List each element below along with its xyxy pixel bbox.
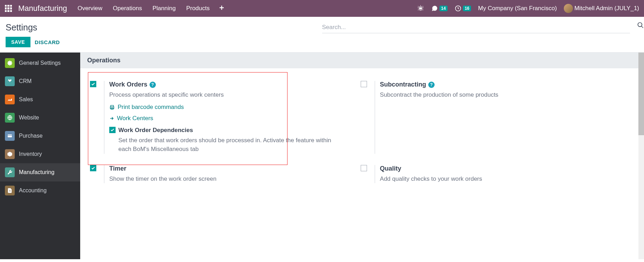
menu-planning[interactable]: Planning [152,5,175,12]
svg-text:$: $ [9,189,11,192]
sidebar-item-accounting[interactable]: $ Accounting [0,181,80,200]
setting-desc: Process operations at specific work cent… [109,90,344,99]
messages-icon[interactable]: 14 [431,5,448,12]
username: Mitchell Admin (JULY_1) [574,5,639,12]
checkbox-timer[interactable] [90,165,96,171]
menu-products[interactable]: Products [186,5,210,12]
box-icon [5,149,15,159]
gear-icon [5,58,15,68]
debug-icon[interactable] [417,5,424,12]
setting-title: Work Orders [109,81,147,88]
arrow-right-icon [109,116,114,121]
sub-setting-title: Work Order Dependencies [118,127,344,134]
menu-overview[interactable]: Overview [77,5,102,12]
control-panel: Settings SAVE DISCARD [0,17,644,53]
settings-sidebar: General Settings CRM Sales Website Purch… [0,53,80,259]
chart-icon [5,95,15,104]
scrollbar[interactable] [638,53,644,259]
svg-point-2 [638,23,642,27]
sidebar-item-label: Manufacturing [19,169,54,175]
body: General Settings CRM Sales Website Purch… [0,53,644,259]
wrench-icon [5,167,15,177]
avatar [564,4,573,13]
help-icon[interactable]: ? [428,82,435,88]
checkbox-work-order-dependencies[interactable] [109,127,116,133]
help-icon[interactable]: ? [150,82,156,88]
setting-subcontracting: Subcontracting ? Subcontract the product… [351,75,622,159]
sidebar-item-label: CRM [19,78,32,84]
sidebar-item-label: Sales [19,96,33,103]
sidebar-item-inventory[interactable]: Inventory [0,145,80,163]
checkbox-quality[interactable] [361,165,367,171]
company-switcher[interactable]: My Company (San Francisco) [478,5,557,12]
setting-title: Timer [109,165,126,172]
user-menu[interactable]: Mitchell Admin (JULY_1) [564,4,639,13]
setting-quality: Quality Add quality checks to your work … [351,159,622,189]
sidebar-item-manufacturing[interactable]: Manufacturing [0,163,80,181]
setting-work-orders: Work Orders ? Process operations at spec… [80,75,351,159]
search-input[interactable] [322,24,630,31]
checkbox-subcontracting[interactable] [361,81,367,87]
top-menu: Overview Operations Planning Products [77,5,209,12]
sidebar-item-crm[interactable]: CRM [0,72,80,90]
section-header: Operations [80,53,644,68]
activities-icon[interactable]: 16 [455,5,471,12]
topbar: Manufacturing Overview Operations Planni… [0,0,644,17]
page-title: Settings [6,22,317,33]
sub-setting-desc: Set the order that work orders should be… [118,136,344,154]
apps-icon[interactable] [5,5,12,12]
sidebar-item-label: Inventory [19,151,42,157]
link-work-centers[interactable]: Work Centers [109,115,344,122]
setting-desc: Show the timer on the work order screen [109,174,344,184]
printer-icon [109,104,115,110]
messages-badge: 14 [439,6,448,11]
sidebar-item-website[interactable]: Website [0,109,80,127]
svg-line-3 [642,26,643,28]
checkbox-work-orders[interactable] [90,81,96,87]
setting-timer: Timer Show the timer on the work order s… [80,159,351,189]
sidebar-item-label: Accounting [19,187,47,194]
globe-icon [5,113,15,123]
setting-title: Subcontracting [380,81,426,88]
menu-operations[interactable]: Operations [113,5,142,12]
sidebar-item-general-settings[interactable]: General Settings [0,54,80,72]
setting-title: Quality [380,165,401,172]
sidebar-item-label: General Settings [19,60,61,66]
save-button[interactable]: SAVE [6,37,30,47]
svg-point-0 [419,7,422,10]
search-icon[interactable] [637,22,644,29]
sidebar-item-sales[interactable]: Sales [0,90,80,109]
handshake-icon [5,76,15,86]
document-icon: $ [5,186,15,195]
setting-desc: Subcontract the production of some produ… [380,90,615,99]
app-brand[interactable]: Manufacturing [18,4,67,13]
activities-badge: 16 [463,6,471,11]
setting-desc: Add quality checks to your work orders [380,174,615,184]
discard-button[interactable]: DISCARD [35,39,60,45]
systray: 14 16 My Company (San Francisco) Mitchel… [417,4,639,13]
sidebar-item-purchase[interactable]: Purchase [0,127,80,145]
settings-content: Operations Work Orders ? Process operati… [80,53,644,259]
sidebar-item-label: Website [19,115,39,121]
new-icon[interactable] [219,5,224,12]
svg-rect-6 [8,135,12,137]
sidebar-item-label: Purchase [19,133,43,139]
link-print-barcode[interactable]: Print barcode commands [109,104,344,111]
search-bar[interactable] [322,22,630,33]
card-icon [5,131,15,141]
scrollbar-thumb[interactable] [638,53,644,135]
